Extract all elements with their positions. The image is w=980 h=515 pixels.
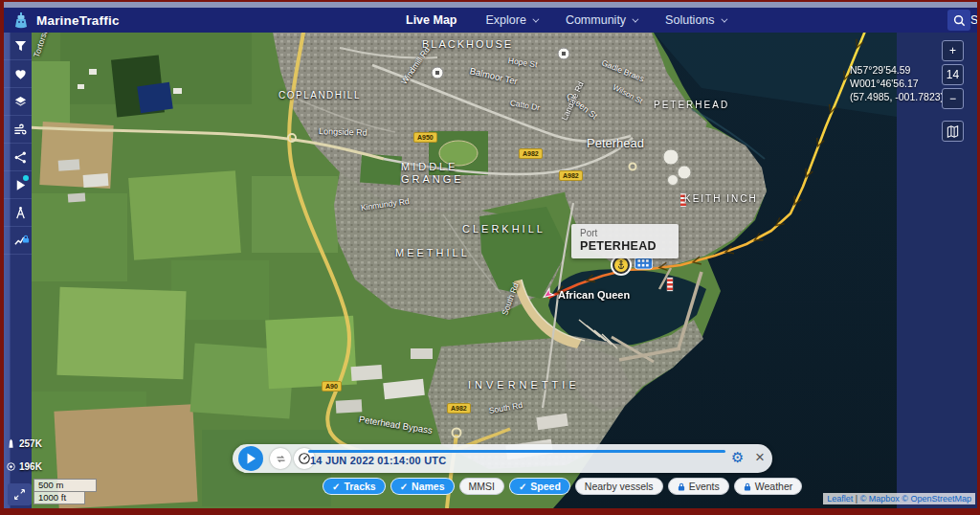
map-label: COPLANDHILL [278,90,361,101]
coordinates-dms-lat: N57°29'54.59 [850,63,944,77]
chevron-down-icon [532,15,539,22]
notification-dot [23,175,29,181]
photo-counter[interactable]: 196K [6,461,42,472]
vessel-marker[interactable] [542,287,555,304]
favorites-heart-icon[interactable] [4,60,32,88]
toggle-nearby-vessels[interactable]: Nearby vessels [575,478,663,495]
voyage-playback-icon[interactable] [4,171,32,199]
scale-imperial: 1000 ft [33,491,85,504]
main-area: BLACKHOUSE COPLANDHILL Hope St Balmoor T… [4,33,977,508]
vessel-count-value: 257K [19,438,42,449]
filters-icon[interactable] [4,33,32,60]
road-shield: A982 [519,148,543,159]
check-icon: ✓ [400,481,408,492]
chevron-down-icon [721,15,727,22]
marina-icon [635,257,653,270]
toggle-weather[interactable]: Weather [734,478,803,495]
expand-icon [13,488,26,501]
playback-timeline-slider[interactable] [308,450,725,453]
anchor-icon [615,259,627,271]
map-label: MIDDLE [401,161,458,172]
statistics-icon[interactable] [4,227,32,255]
satellite-basemap [32,33,897,508]
port-anchor-marker[interactable] [612,257,630,274]
playback-direction-button[interactable] [270,448,291,469]
brand-name: MarineTraffic [36,13,120,28]
port-popup: Port PETERHEAD [571,224,679,258]
nav-live-map[interactable]: Live Map [406,13,457,27]
map-attribution: Leaflet | © Mapbox © OpenStreetMap [823,493,975,504]
vessel-count-icon [6,438,16,449]
app-window: MarineTraffic Live Map Explore Community… [4,2,977,508]
toggle-mmsi[interactable]: MMSI [459,478,504,495]
photo-count-icon [6,461,16,472]
brand[interactable]: MarineTraffic [4,11,224,29]
expand-map-button[interactable] [8,483,32,505]
nav-community[interactable]: Community [566,13,636,27]
lock-badge-icon [22,230,30,247]
port-popup-kicker: Port [580,228,670,238]
map-label-town: Peterhead [587,136,644,150]
map-label: KEITH INCH [684,193,758,204]
navbar: MarineTraffic Live Map Explore Community… [4,8,977,33]
port-popup-title[interactable]: PETERHEAD [580,239,670,253]
nav-menu: Live Map Explore Community Solutions [406,13,725,27]
toggle-tracks[interactable]: ✓Tracks [323,478,386,495]
toggle-speed[interactable]: ✓Speed [509,478,570,495]
map-label: MEETHILL [395,247,470,258]
attribution-osm-link[interactable]: © OpenStreetMap [902,494,971,504]
photo-count-value: 196K [19,461,42,472]
map-label: BLACKHOUSE [422,38,513,50]
road-shield: A90 [322,381,342,392]
coordinates-decimal: (57.4985, -001.7823) [850,90,944,103]
lock-icon [678,482,685,491]
nav-right: S [947,10,977,31]
left-toolbar [4,33,32,508]
cursor-coordinates: N57°29'54.59 W001°46'56.17 (57.4985, -00… [850,63,944,103]
attribution-mapbox-link[interactable]: © Mapbox [860,494,900,504]
weather-wind-icon[interactable] [4,116,32,144]
measure-tool-icon[interactable] [4,199,32,227]
zoom-in-button[interactable]: + [942,40,964,61]
map-canvas[interactable]: BLACKHOUSE COPLANDHILL Hope St Balmoor T… [32,33,897,508]
browser-frame: MarineTraffic Live Map Explore Community… [0,0,980,515]
nav-cutoff-text: S [970,13,977,27]
playback-bar: 14 JUN 2022 01:14:00 UTC ⚙ × [233,444,772,473]
map-label: Longside Rd [319,126,368,138]
map-label: CLERKHILL [462,223,546,235]
zoom-out-button[interactable]: − [942,88,964,109]
nav-explore[interactable]: Explore [486,13,537,27]
toggle-names[interactable]: ✓Names [390,478,455,495]
map-label: INVERNETTIE [468,379,580,391]
coordinates-dms-lon: W001°46'56.17 [850,77,944,90]
swap-arrows-icon [275,453,287,465]
routes-network-icon[interactable] [4,144,32,171]
marina-marker[interactable] [635,257,653,274]
map-label: GRANGE [401,173,464,185]
marinetraffic-logo-icon [11,11,31,29]
vessel-icon [542,287,555,301]
zoom-level-indicator: 14 [942,64,964,85]
chevron-down-icon [632,15,638,22]
layers-icon[interactable] [4,88,32,116]
road-shield: A982 [447,403,471,414]
speedometer-icon [298,452,311,465]
play-button[interactable] [238,446,263,471]
attribution-leaflet-link[interactable]: Leaflet [827,494,853,504]
map-option-toggles: ✓Tracks ✓Names MMSI ✓Speed Nearby vessel… [323,478,802,495]
map-label: PETERHEAD [654,100,729,110]
playback-settings-gear-icon[interactable]: ⚙ [731,448,744,467]
playback-close-icon[interactable]: × [755,446,765,469]
vessel-counter[interactable]: 257K [6,438,42,449]
road-shield: A982 [559,170,583,181]
attribution-separator: | [856,494,858,504]
zoom-controls: + 14 − [942,40,964,112]
vessel-name-label[interactable]: African Queen [558,289,630,301]
right-panel [897,33,977,508]
lock-icon [744,482,751,491]
basemap-style-button[interactable] [942,121,964,142]
toggle-events[interactable]: Events [668,478,729,495]
search-button[interactable] [947,10,970,31]
nav-solutions[interactable]: Solutions [665,13,724,27]
check-icon: ✓ [519,481,526,492]
